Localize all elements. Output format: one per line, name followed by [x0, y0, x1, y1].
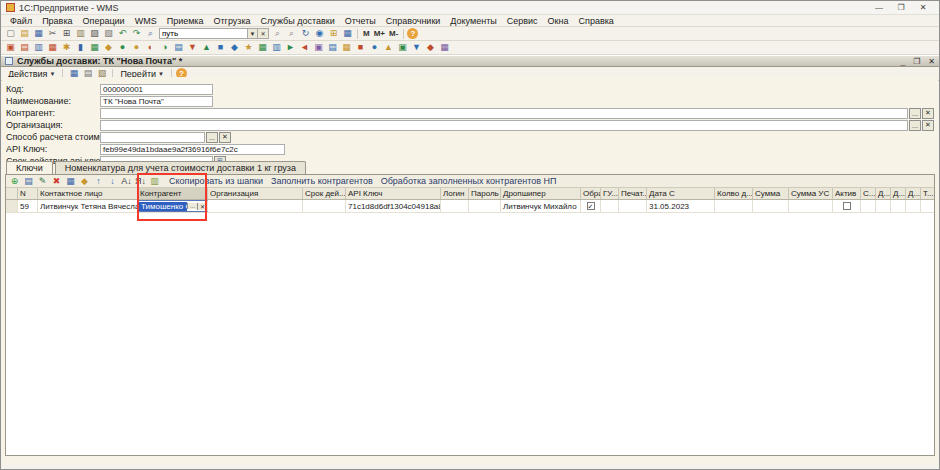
move-up-icon[interactable]: ↑: [92, 175, 105, 187]
pick-icon[interactable]: ...: [187, 203, 197, 209]
wms-icon-15[interactable]: ▲: [200, 42, 213, 54]
wms-icon-10[interactable]: ●: [130, 42, 143, 54]
wms-icon-26[interactable]: ■: [354, 42, 367, 54]
wms-icon-06[interactable]: ▮: [74, 42, 87, 54]
column-header-term[interactable]: Срок дей...: [303, 188, 346, 199]
minimize-button[interactable]: —: [868, 3, 890, 12]
cell-d3[interactable]: [906, 200, 921, 212]
menu-item-10[interactable]: Сервис: [502, 16, 543, 26]
cell-t1[interactable]: [921, 200, 935, 212]
menu-item-12[interactable]: Справка: [574, 16, 619, 26]
form-close-button[interactable]: ✕: [928, 57, 935, 66]
field-input-2[interactable]: [100, 108, 908, 119]
refresh-icon[interactable]: ↻: [299, 28, 312, 40]
wms-icon-16[interactable]: ■: [214, 42, 227, 54]
menu-item-11[interactable]: Окна: [543, 16, 574, 26]
wms-icon-18[interactable]: ★: [242, 42, 255, 54]
cell-contractor-edit[interactable]: Тимошенко ООО...✕: [138, 200, 208, 212]
wms-icon-29[interactable]: ▣: [396, 42, 409, 54]
clear-icon[interactable]: ✕: [219, 132, 231, 143]
wms-icon-28[interactable]: ▲: [382, 42, 395, 54]
clear-icon[interactable]: ✕: [922, 120, 934, 131]
column-header-api_key[interactable]: API Ключ: [346, 188, 441, 199]
form-minimize-button[interactable]: _: [901, 57, 905, 66]
cut-icon[interactable]: ✂: [46, 28, 59, 40]
memory-button-1[interactable]: M+: [372, 29, 387, 38]
cell-date_from[interactable]: 31.05.2023: [647, 200, 715, 212]
menu-item-3[interactable]: WMS: [130, 16, 162, 26]
column-header-d1[interactable]: Д...: [876, 188, 891, 199]
clear-icon[interactable]: ✕: [922, 108, 934, 119]
close-button[interactable]: ✕: [912, 3, 934, 12]
table-link-1[interactable]: Заполнить контрагентов: [271, 176, 373, 186]
fill-icon[interactable]: ▥: [148, 175, 161, 187]
wms-icon-30[interactable]: ▼: [410, 42, 423, 54]
column-header-contact[interactable]: Контактное лицо: [38, 188, 138, 199]
table-row[interactable]: 59Литвинчук Тетяна ВячеславовнаТимошенко…: [6, 200, 934, 213]
wms-icon-24[interactable]: ▤: [326, 42, 339, 54]
clear-icon[interactable]: ✕: [197, 203, 207, 210]
column-header-print[interactable]: Печат...: [619, 188, 647, 199]
wms-icon-07[interactable]: ▦: [88, 42, 101, 54]
cell-dropshipper[interactable]: Литвинчук Михайло: [501, 200, 581, 212]
wms-icon-20[interactable]: ▥: [270, 42, 283, 54]
field-input-3[interactable]: [100, 120, 908, 131]
delete-row-icon[interactable]: ✖: [50, 175, 63, 187]
column-header-active[interactable]: Актив: [833, 188, 861, 199]
tab-0[interactable]: Ключи: [6, 161, 53, 174]
memory-button-2[interactable]: M-: [387, 29, 400, 38]
column-header-d2[interactable]: Д...: [891, 188, 906, 199]
wms-icon-05[interactable]: ✱: [60, 42, 73, 54]
cell-print[interactable]: [619, 200, 647, 212]
cell-n[interactable]: 59: [18, 200, 38, 212]
column-header-t1[interactable]: Т...: [921, 188, 935, 199]
field-input-0[interactable]: 000000001: [100, 84, 213, 95]
cell-processed[interactable]: ✓: [581, 200, 601, 212]
info-icon[interactable]: ◉: [313, 28, 326, 40]
field-input-5[interactable]: feb99e49da1bdaae9a2f36916f6e7c2c: [100, 144, 285, 155]
wms-icon-25[interactable]: ▦: [340, 42, 353, 54]
column-header-organization[interactable]: Организация: [208, 188, 303, 199]
wms-icon-04[interactable]: ▦: [46, 42, 59, 54]
menu-item-1[interactable]: Правка: [37, 16, 77, 26]
column-header-processed[interactable]: Обра...: [581, 188, 601, 199]
wms-icon-13[interactable]: ▤: [172, 42, 185, 54]
pick-icon[interactable]: ...: [206, 132, 218, 143]
cell-d1[interactable]: [876, 200, 891, 212]
add-row-icon[interactable]: ⊕: [8, 175, 21, 187]
table-link-0[interactable]: Скопировать из шапки: [169, 176, 263, 186]
pick-icon[interactable]: ...: [909, 108, 921, 119]
column-header-sel[interactable]: [6, 188, 18, 199]
print-preview-icon[interactable]: ▧: [102, 28, 115, 40]
menu-item-4[interactable]: Приемка: [162, 16, 209, 26]
cell-qty[interactable]: [715, 200, 753, 212]
cell-organization[interactable]: [208, 200, 303, 212]
field-input-4[interactable]: [100, 132, 205, 143]
column-header-date_from[interactable]: Дата С: [647, 188, 715, 199]
table-link-2[interactable]: Обработка заполненных контрагентов НП: [381, 176, 557, 186]
forward-icon[interactable]: ↷: [130, 28, 143, 40]
list-settings-icon[interactable]: ▦: [64, 175, 77, 187]
favorite-icon[interactable]: ◆: [78, 175, 91, 187]
wms-icon-23[interactable]: ▣: [312, 42, 325, 54]
wms-icon-03[interactable]: ▥: [32, 42, 45, 54]
cell-term[interactable]: [303, 200, 346, 212]
help-icon[interactable]: ?: [407, 28, 418, 39]
copy-icon[interactable]: ⊞: [60, 28, 73, 40]
maximize-button[interactable]: ❐: [890, 3, 912, 12]
quick-search-input[interactable]: [159, 28, 247, 39]
cell-sel[interactable]: [6, 200, 18, 212]
print-icon[interactable]: ▨: [88, 28, 101, 40]
wms-icon-17[interactable]: ◆: [228, 42, 241, 54]
move-down-icon[interactable]: ↓: [106, 175, 119, 187]
cell-gu[interactable]: [601, 200, 619, 212]
back-icon[interactable]: ↶: [116, 28, 129, 40]
cell-summa[interactable]: [753, 200, 789, 212]
column-header-qty[interactable]: Колво д...: [715, 188, 753, 199]
column-header-summa_us[interactable]: Сумма УС: [789, 188, 833, 199]
wms-icon-11[interactable]: ◐: [144, 42, 157, 54]
open-icon[interactable]: ▤: [18, 28, 31, 40]
wms-icon-09[interactable]: ●: [116, 42, 129, 54]
column-header-n[interactable]: N: [18, 188, 38, 199]
column-header-login[interactable]: Логин: [441, 188, 469, 199]
